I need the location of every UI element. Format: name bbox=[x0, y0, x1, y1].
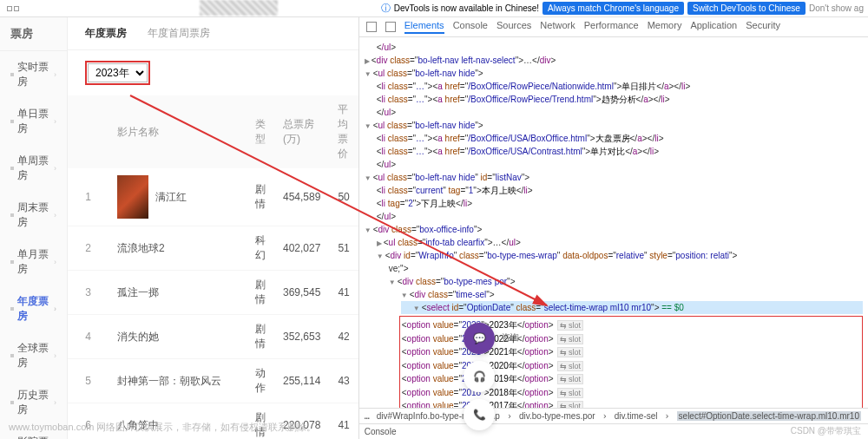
year-select-highlight: 2023年 bbox=[85, 61, 150, 85]
col-header: 类型 bbox=[247, 95, 274, 168]
banner-text: DevTools is now available in Chinese! bbox=[394, 3, 539, 13]
devtools-tab-elements[interactable]: Elements bbox=[404, 20, 444, 34]
sidebar-item-单周票房[interactable]: 单周票房› bbox=[0, 145, 67, 192]
sidebar-item-实时票房[interactable]: 实时票房› bbox=[0, 51, 67, 98]
movie-poster bbox=[117, 175, 148, 219]
info-icon: ⓘ bbox=[381, 2, 391, 15]
table-row[interactable]: 2流浪地球2科幻402,02751 bbox=[68, 226, 358, 271]
table-row[interactable]: 1满江红剧情454,58950 bbox=[68, 168, 358, 226]
sidebar-title: 票房 bbox=[0, 17, 67, 51]
dom-breadcrumb[interactable]: … div#WrapInfo.bo-type-mes-wrap › div.bo… bbox=[359, 408, 868, 423]
sidebar-item-单日票房[interactable]: 单日票房› bbox=[0, 98, 67, 145]
devtools-tab-network[interactable]: Network bbox=[540, 20, 575, 34]
watermark-text: www.toymoban.com 网络图片仅供展示，非存储，如有侵权请联系删除。 bbox=[9, 421, 316, 434]
sidebar-item-年度票房[interactable]: 年度票房› bbox=[0, 285, 67, 332]
col-header: 总票房(万) bbox=[274, 95, 329, 168]
devtools-panel: ElementsConsoleSourcesNetworkPerformance… bbox=[358, 17, 868, 439]
main-content: 年度票房年度首周票房 2023年 影片名称类型总票房(万)平均票价 1满江红剧情… bbox=[68, 17, 358, 439]
devtools-tab-console[interactable]: Console bbox=[453, 20, 488, 34]
devtools-tab-performance[interactable]: Performance bbox=[584, 20, 639, 34]
content-tabs: 年度票房年度首周票房 bbox=[68, 17, 358, 50]
left-sidebar: 票房 实时票房›单日票房›单周票房›周末票房›单月票房›年度票房›全球票房›历史… bbox=[0, 17, 68, 439]
devtools-tab-sources[interactable]: Sources bbox=[496, 20, 531, 34]
sidebar-item-全球票房[interactable]: 全球票房› bbox=[0, 332, 67, 379]
phone-button[interactable]: 📞 bbox=[464, 399, 495, 430]
headset-icon: 🎧 bbox=[473, 370, 486, 383]
devtools-header: ElementsConsoleSourcesNetworkPerformance… bbox=[359, 17, 868, 37]
col-header: 影片名称 bbox=[108, 95, 247, 168]
year-select[interactable]: 2023年 bbox=[88, 63, 148, 82]
sidebar-item-历史票房[interactable]: 历史票房› bbox=[0, 379, 67, 426]
tab-年度首周票房[interactable]: 年度首周票房 bbox=[148, 26, 210, 41]
sidebar-item-单月票房[interactable]: 单月票房› bbox=[0, 239, 67, 285]
inspect-icon[interactable] bbox=[366, 22, 377, 32]
app-icon bbox=[7, 6, 19, 11]
table-row[interactable]: 5封神第一部：朝歌风云动作255,11443 bbox=[68, 359, 358, 403]
switch-chinese-button[interactable]: Switch DevTools to Chinese bbox=[687, 2, 806, 15]
devtools-tab-security[interactable]: Security bbox=[746, 20, 780, 34]
blurred-region bbox=[200, 0, 278, 16]
tab-年度票房[interactable]: 年度票房 bbox=[85, 26, 127, 41]
csdn-watermark: CSDN @带带琪宝 bbox=[791, 425, 861, 437]
consult-button[interactable]: 💬 咨询 bbox=[464, 323, 495, 354]
elements-dom-tree[interactable]: </ul><div class="bo-left-nav left-nav-se… bbox=[359, 37, 868, 408]
headset-button[interactable]: 🎧 bbox=[464, 361, 495, 392]
dont-show-link[interactable]: Don't show ag bbox=[809, 3, 864, 13]
boxoffice-table: 影片名称类型总票房(万)平均票价 1满江红剧情454,589502流浪地球2科幻… bbox=[68, 95, 358, 439]
website-panel: 票房 实时票房›单日票房›单周票房›周末票房›单月票房›年度票房›全球票房›历史… bbox=[0, 17, 358, 439]
always-match-button[interactable]: Always match Chrome's language bbox=[542, 2, 684, 15]
devtools-tabs: ElementsConsoleSourcesNetworkPerformance… bbox=[404, 20, 780, 34]
phone-icon: 📞 bbox=[473, 409, 486, 421]
devtools-tab-memory[interactable]: Memory bbox=[648, 20, 682, 34]
table-row[interactable]: 3孤注一掷剧情369,54541 bbox=[68, 271, 358, 315]
devtools-tab-application[interactable]: Application bbox=[690, 20, 737, 34]
floating-buttons: 💬 咨询 🎧 📞 bbox=[464, 323, 495, 430]
device-icon[interactable] bbox=[385, 22, 396, 32]
table-row[interactable]: 4消失的她剧情352,65342 bbox=[68, 315, 358, 359]
devtools-language-banner: ⓘ DevTools is now available in Chinese! … bbox=[381, 2, 864, 15]
col-header: 平均票价 bbox=[329, 95, 358, 168]
col-header bbox=[68, 95, 108, 168]
sidebar-item-周末票房[interactable]: 周末票房› bbox=[0, 192, 67, 239]
console-label: Console bbox=[365, 427, 397, 436]
chat-icon: 💬 bbox=[473, 332, 486, 344]
